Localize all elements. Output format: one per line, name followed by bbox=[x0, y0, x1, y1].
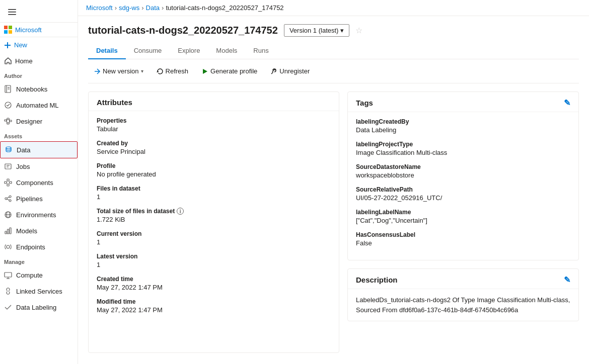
unregister-label: Unregister bbox=[279, 67, 310, 75]
attr-row-latest-version: Latest version 1 bbox=[97, 253, 331, 268]
home-label: Home bbox=[15, 57, 33, 65]
svg-rect-4 bbox=[9, 26, 12, 29]
author-section-label: Author bbox=[0, 69, 78, 81]
sidebar-item-notebooks[interactable]: Notebooks bbox=[0, 81, 78, 97]
tag-key-project-type: labelingProjectType bbox=[356, 141, 570, 148]
content-area: tutorial-cats-n-dogs2_20220527_174752 Ve… bbox=[78, 16, 589, 364]
manage-section-label: Manage bbox=[0, 255, 78, 267]
attributes-title: Attributes bbox=[97, 98, 132, 107]
sidebar-item-designer[interactable]: Designer bbox=[0, 113, 78, 129]
unregister-button[interactable]: Unregister bbox=[265, 64, 315, 78]
generate-profile-button[interactable]: Generate profile bbox=[196, 64, 263, 78]
description-title-bar: Description ✎ bbox=[348, 269, 578, 289]
attr-row-modified-time: Modified time May 27, 2022 1:47 PM bbox=[97, 298, 331, 314]
sidebar-item-components[interactable]: Components bbox=[0, 174, 78, 191]
tag-value-project-type: Image Classification Multi-class bbox=[356, 149, 570, 156]
sidebar: Microsoft New Home Author Notebooks Auto… bbox=[0, 0, 78, 364]
sidebar-item-pipelines[interactable]: Pipelines bbox=[0, 191, 78, 207]
sidebar-item-jobs[interactable]: Jobs bbox=[0, 158, 78, 174]
tags-card: Tags ✎ labelingCreatedBy Data Labeling l… bbox=[347, 92, 579, 260]
attr-value-files: 1 bbox=[97, 193, 331, 201]
tag-row-consensus-label: HasConsensusLabel False bbox=[356, 231, 570, 247]
attr-label-current-version: Current version bbox=[97, 230, 331, 237]
new-version-button[interactable]: New version ▾ bbox=[88, 64, 149, 78]
sidebar-item-automated-ml[interactable]: Automated ML bbox=[0, 97, 78, 113]
breadcrumb-current: tutorial-cats-n-dogs2_20220527_174752 bbox=[166, 4, 283, 12]
svg-rect-3 bbox=[4, 26, 8, 29]
tag-row-label-name: labelingLabelName ["Cat","Dog","Uncertai… bbox=[356, 209, 570, 224]
favorite-icon[interactable]: ☆ bbox=[355, 26, 362, 35]
svg-line-18 bbox=[7, 119, 7, 121]
tab-consume[interactable]: Consume bbox=[126, 43, 170, 59]
sidebar-item-data-labeling[interactable]: Data Labeling bbox=[0, 299, 78, 315]
tag-key-relative-path: SourceRelativePath bbox=[356, 186, 570, 193]
attr-value-properties: Tabular bbox=[97, 125, 331, 133]
description-edit-icon[interactable]: ✎ bbox=[564, 275, 570, 285]
attr-value-modified-time: May 27, 2022 1:47 PM bbox=[97, 306, 331, 314]
tab-models[interactable]: Models bbox=[208, 43, 245, 59]
breadcrumb-sep3: › bbox=[162, 4, 164, 12]
sidebar-item-environments[interactable]: Environments bbox=[0, 207, 78, 223]
microsoft-label: Microsoft bbox=[15, 26, 42, 34]
svg-point-36 bbox=[9, 200, 11, 202]
sidebar-item-data-label: Data bbox=[17, 146, 30, 154]
sidebar-item-models-label: Models bbox=[16, 227, 37, 235]
tab-explore[interactable]: Explore bbox=[170, 43, 208, 59]
svg-point-22 bbox=[6, 147, 11, 149]
main-content: Microsoft › sdg-ws › Data › tutorial-cat… bbox=[78, 0, 589, 364]
tab-details[interactable]: Details bbox=[88, 43, 126, 59]
hamburger-button[interactable] bbox=[4, 4, 20, 20]
sidebar-item-models[interactable]: Models bbox=[0, 223, 78, 239]
new-label: New bbox=[14, 41, 27, 49]
sidebar-item-endpoints[interactable]: Endpoints bbox=[0, 239, 78, 255]
svg-rect-26 bbox=[5, 181, 7, 184]
svg-rect-6 bbox=[9, 30, 12, 34]
svg-rect-44 bbox=[10, 228, 11, 234]
breadcrumb: Microsoft › sdg-ws › Data › tutorial-cat… bbox=[78, 0, 589, 16]
breadcrumb-ws[interactable]: sdg-ws bbox=[119, 4, 139, 12]
version-label: Version 1 (latest) bbox=[289, 27, 339, 34]
attr-row-profile: Profile No profile generated bbox=[97, 162, 331, 178]
tag-row-datastore-name: SourceDatastoreName workspaceblobstore bbox=[356, 163, 570, 179]
refresh-label: Refresh bbox=[166, 67, 189, 75]
page-title: tutorial-cats-n-dogs2_20220527_174752 bbox=[88, 25, 278, 36]
tag-value-relative-path: UI/05-27-2022_052916_UTC/ bbox=[356, 194, 570, 202]
version-dropdown[interactable]: Version 1 (latest) ▾ bbox=[284, 24, 350, 37]
attr-label-created-by: Created by bbox=[97, 140, 331, 147]
attr-value-current-version: 1 bbox=[97, 238, 331, 246]
tab-runs[interactable]: Runs bbox=[245, 43, 276, 59]
description-body: LabeledDs_tutorial-cats-n-dogs2 Of Type … bbox=[348, 289, 578, 321]
svg-point-13 bbox=[5, 102, 11, 108]
tag-row-relative-path: SourceRelativePath UI/05-27-2022_052916_… bbox=[356, 186, 570, 202]
tag-key-label-name: labelingLabelName bbox=[356, 209, 570, 216]
new-version-chevron-icon: ▾ bbox=[141, 68, 143, 74]
attr-row-current-version: Current version 1 bbox=[97, 230, 331, 246]
sidebar-item-data-labeling-label: Data Labeling bbox=[16, 304, 56, 311]
sidebar-microsoft[interactable]: Microsoft bbox=[0, 23, 78, 37]
sidebar-item-compute[interactable]: Compute bbox=[0, 267, 78, 283]
attr-label-profile: Profile bbox=[97, 162, 331, 169]
svg-line-20 bbox=[9, 119, 10, 121]
sidebar-item-home[interactable]: Home bbox=[0, 53, 78, 69]
assets-section-label: Assets bbox=[0, 129, 78, 141]
breadcrumb-microsoft[interactable]: Microsoft bbox=[86, 4, 113, 12]
attr-label-total-size: Total size of files in dataset i bbox=[97, 208, 331, 215]
new-button[interactable]: New bbox=[0, 37, 78, 53]
description-card: Description ✎ LabeledDs_tutorial-cats-n-… bbox=[347, 268, 579, 321]
svg-line-19 bbox=[7, 121, 7, 124]
svg-line-38 bbox=[7, 199, 9, 200]
attr-label-created-time: Created time bbox=[97, 276, 331, 283]
attr-row-properties: Properties Tabular bbox=[97, 117, 331, 133]
breadcrumb-data[interactable]: Data bbox=[146, 4, 160, 12]
tag-value-labeling-created-by: Data Labeling bbox=[356, 126, 570, 134]
refresh-button[interactable]: Refresh bbox=[151, 64, 194, 78]
tags-title-bar: Tags ✎ bbox=[348, 92, 578, 112]
sidebar-item-compute-label: Compute bbox=[16, 271, 43, 279]
tags-edit-icon[interactable]: ✎ bbox=[564, 98, 570, 108]
sidebar-item-linked-services[interactable]: Linked Services bbox=[0, 283, 78, 299]
sidebar-item-data[interactable]: Data bbox=[0, 141, 78, 158]
attr-value-total-size: 1.722 KiB bbox=[97, 216, 331, 223]
sidebar-item-designer-label: Designer bbox=[16, 118, 42, 125]
right-column: Tags ✎ labelingCreatedBy Data Labeling l… bbox=[347, 92, 579, 353]
sidebar-item-components-label: Components bbox=[16, 179, 53, 187]
